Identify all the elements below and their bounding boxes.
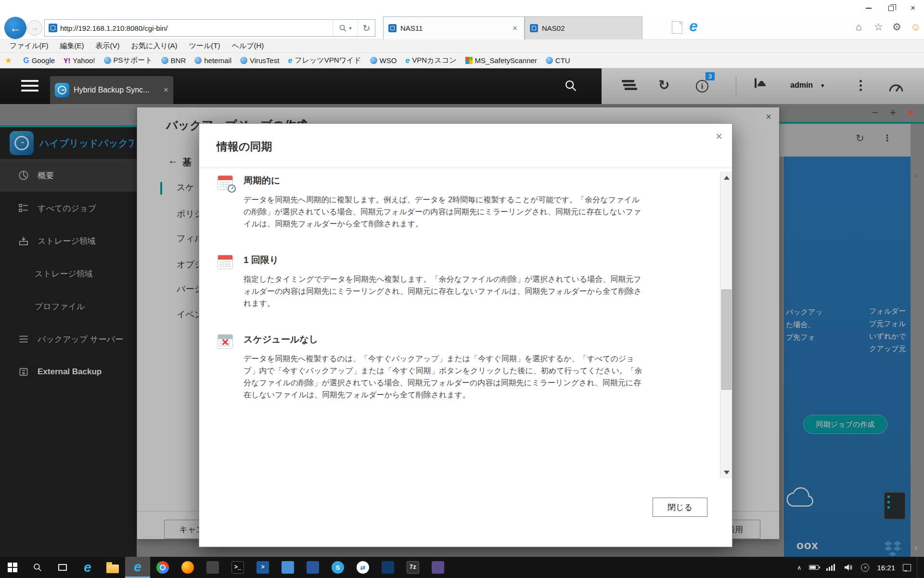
app-tab-hbs[interactable]: Hybrid Backup Sync... × — [50, 76, 173, 104]
taskbar-clock[interactable]: 16:21 — [877, 564, 895, 572]
task-view-button[interactable] — [50, 557, 75, 578]
volume-icon[interactable] — [844, 564, 853, 571]
background-tasks-icon[interactable] — [622, 80, 637, 92]
favorites-star-icon[interactable]: ☆ — [874, 21, 883, 33]
tray-expand-icon[interactable]: ∧ — [797, 564, 802, 571]
favorite-wso[interactable]: WSO — [370, 56, 397, 65]
start-button[interactable] — [0, 557, 25, 578]
app-button-3[interactable] — [300, 557, 325, 578]
action-center-icon[interactable] — [903, 564, 911, 571]
app-button-4[interactable] — [375, 557, 400, 578]
skype-button[interactable]: S — [325, 557, 350, 578]
app-button-1[interactable] — [200, 557, 225, 578]
show-desktop-button[interactable] — [917, 557, 920, 578]
scrollbar-thumb[interactable] — [721, 289, 732, 390]
chrome-icon — [156, 561, 169, 574]
main-menu-button[interactable] — [21, 80, 38, 92]
more-options-icon[interactable] — [860, 80, 862, 93]
close-icon: × — [911, 3, 915, 13]
taskbar-ie-active[interactable]: e — [125, 557, 150, 578]
menu-favorites[interactable]: お気に入り(A) — [126, 41, 183, 51]
powershell-button[interactable]: > — [250, 557, 275, 578]
battery-icon[interactable] — [809, 565, 819, 570]
ie-icon: e — [134, 560, 141, 574]
favorite-google[interactable]: GGoogle — [23, 56, 55, 65]
favorite-ctu[interactable]: CTU — [546, 56, 570, 65]
new-tab-button[interactable] — [672, 21, 682, 34]
edge-icon[interactable]: e — [689, 17, 698, 35]
browser-tab-nas11[interactable]: NAS11 × — [383, 16, 525, 39]
dialog-close-icon[interactable]: × — [716, 130, 722, 143]
taskbar-search-button[interactable] — [25, 557, 50, 578]
user-icon[interactable] — [755, 79, 757, 88]
app-icon — [282, 561, 294, 574]
windows-taskbar: e e >_ > S ⇄ 7z ∧ × 16:21 — [0, 557, 924, 578]
firefox-button[interactable] — [175, 557, 200, 578]
forward-arrow-icon: → — [31, 24, 38, 32]
favorite-yahoo[interactable]: Y!Yahoo! — [64, 56, 95, 65]
browser-close-button[interactable]: × — [902, 0, 924, 16]
qts-desktop: ↻ ⋮ ‹ › バックアッ た場合、 プ先フォ フォルダー プ元フォル いずれか… — [0, 104, 924, 557]
feedback-smiley-icon[interactable]: ☺ — [911, 21, 921, 33]
scroll-up-button[interactable] — [720, 171, 732, 184]
favorite-bnr[interactable]: BNR — [161, 56, 186, 65]
user-menu[interactable]: admin — [790, 81, 813, 90]
chrome-button[interactable] — [150, 557, 175, 578]
tray-x-status-icon[interactable]: × — [861, 564, 869, 572]
address-bar[interactable]: http://192.168.1.210:8080/cgi-bin/ ▾ ↻ — [44, 19, 375, 37]
close-button[interactable]: 閉じる — [653, 498, 707, 517]
app-button-2[interactable] — [275, 557, 300, 578]
menu-edit[interactable]: 編集(E) — [54, 41, 90, 51]
sevenzip-button[interactable]: 7z — [400, 557, 425, 578]
qts-search-button[interactable] — [564, 79, 578, 92]
skype-icon: S — [332, 561, 344, 574]
menu-tools[interactable]: ツール(T) — [183, 41, 226, 51]
back-arrow-icon: ← — [10, 21, 21, 35]
minimize-icon — [866, 8, 872, 9]
favorite-virustest[interactable]: VirusTest — [240, 56, 279, 65]
file-explorer-button[interactable] — [100, 557, 125, 578]
browser-restore-button[interactable] — [880, 0, 902, 16]
scrollbar[interactable] — [720, 171, 732, 478]
favorite-hetemail[interactable]: hetemail — [194, 56, 231, 65]
menu-view[interactable]: 表示(V) — [90, 41, 126, 51]
favorites-bar-star[interactable]: ★ — [5, 55, 14, 66]
favorite-ms-safetyscanner[interactable]: MS_SafetyScanner — [465, 56, 537, 65]
browser-tab-nas02[interactable]: NAS02 — [525, 16, 642, 39]
menu-file[interactable]: ファイル(F) — [4, 41, 54, 51]
notifications-sync-icon[interactable]: ↻ — [658, 77, 669, 93]
app-icon — [206, 561, 219, 574]
ie-icon: e — [405, 56, 410, 65]
menu-help[interactable]: ヘルプ(H) — [226, 41, 270, 51]
dashboard-gauge-icon[interactable] — [888, 81, 904, 94]
favorites-bar: ★ GGoogle Y!Yahoo! PSサポート BNR hetemail V… — [0, 53, 924, 68]
page-favicon-icon — [49, 24, 57, 32]
favorite-ps-support[interactable]: PSサポート — [104, 56, 153, 65]
hbs-minimize-button[interactable]: − — [866, 105, 884, 120]
globe-icon — [240, 57, 247, 64]
home-icon[interactable]: ⌂ — [856, 21, 862, 33]
hbs-close-button[interactable]: × — [902, 105, 920, 120]
app-icon — [307, 561, 319, 574]
favorite-vpn-kasukon[interactable]: eVPNカスコン — [405, 56, 456, 65]
scroll-down-button[interactable] — [720, 466, 732, 478]
address-url[interactable]: http://192.168.1.210:8080/cgi-bin/ — [60, 24, 333, 32]
back-button[interactable]: ← — [5, 17, 26, 39]
network-icon[interactable] — [826, 564, 836, 571]
taskbar-ie-pinned[interactable]: e — [75, 557, 100, 578]
favorite-flets-vpn[interactable]: eフレッツVPNワイド — [288, 56, 361, 65]
address-search-button[interactable]: ▾ — [333, 20, 358, 36]
tab-label: NAS11 — [400, 24, 511, 32]
chevron-down-icon[interactable]: ▾ — [821, 82, 824, 89]
tab-close-icon[interactable]: × — [511, 24, 519, 33]
refresh-button[interactable]: ↻ — [358, 20, 375, 36]
info-icon[interactable]: i — [696, 80, 708, 92]
hbs-maximize-button[interactable]: + — [884, 105, 902, 120]
app-tab-close-icon[interactable]: × — [161, 85, 168, 95]
browser-minimize-button[interactable] — [858, 0, 880, 16]
teamviewer-button[interactable]: ⇄ — [350, 557, 375, 578]
settings-gear-icon[interactable]: ⚙ — [892, 21, 901, 33]
app-button-5[interactable] — [425, 557, 450, 578]
cmd-button[interactable]: >_ — [225, 557, 250, 578]
forward-button[interactable]: → — [27, 20, 42, 36]
